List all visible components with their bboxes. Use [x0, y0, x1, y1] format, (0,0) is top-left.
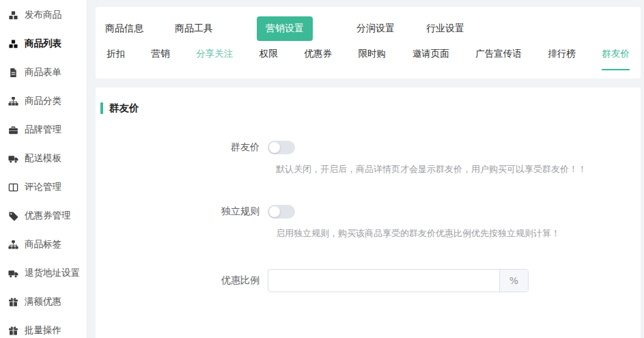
sidebar-item-batch-operation[interactable]: 批量操作	[0, 316, 87, 338]
sitemap-icon	[8, 96, 18, 107]
independent-rule-label: 独立规则	[96, 206, 268, 218]
section-title-bar	[100, 102, 103, 114]
subtab-group-price[interactable]: 群友价	[602, 48, 630, 70]
sidebar: 发布商品 商品列表 商品表单 商品分类 品牌管理 配送模板 评论管理	[0, 0, 87, 338]
truck-icon	[8, 268, 18, 279]
subtab-ranking[interactable]: 排行榜	[548, 48, 576, 70]
sidebar-item-review-management[interactable]: 评论管理	[0, 173, 87, 201]
field-group-price: 群友价 默认关闭，开启后，商品详情页才会显示群友价，用户购买可以享受群友价！！	[96, 141, 641, 175]
sub-tab-bar: 折扣 营销 分享关注 权限 优惠券 限时购 邀请页面 广告宣传语 排行榜 群友价	[105, 48, 631, 70]
briefcase-icon	[8, 124, 18, 135]
independent-rule-help-text: 启用独立规则，购买该商品享受的群友价优惠比例优先按独立规则计算！	[276, 227, 641, 240]
sitemap-icon	[8, 239, 18, 250]
percent-suffix: %	[499, 270, 528, 292]
sidebar-item-label: 配送模板	[25, 152, 61, 165]
sidebar-item-product-form[interactable]: 商品表单	[0, 58, 87, 87]
gift-icon	[8, 296, 18, 307]
main-area: 商品信息 商品工具 营销设置 分润设置 行业设置 折扣 营销 分享关注 权限 优…	[96, 0, 641, 338]
main-tab-bar: 商品信息 商品工具 营销设置 分润设置 行业设置	[105, 14, 631, 44]
sidebar-item-label: 评论管理	[25, 181, 61, 193]
truck-icon	[8, 153, 18, 164]
toggle-knob	[269, 206, 280, 217]
tab-profit-settings[interactable]: 分润设置	[356, 20, 395, 38]
group-price-help-text: 默认关闭，开启后，商品详情页才会显示群友价，用户购买可以享受群友价！！	[276, 163, 641, 175]
subtab-coupon[interactable]: 优惠券	[304, 48, 332, 70]
sidebar-item-delivery-template[interactable]: 配送模板	[0, 144, 87, 173]
subtab-ad-slogan[interactable]: 广告宣传语	[475, 48, 522, 70]
section-title: 群友价	[100, 102, 641, 115]
subtab-share-follow[interactable]: 分享关注	[196, 48, 233, 70]
toggle-knob	[269, 142, 280, 153]
sidebar-item-label: 商品标签	[25, 238, 61, 251]
field-independent-rule: 独立规则 启用独立规则，购买该商品享受的群友价优惠比例优先按独立规则计算！	[96, 205, 641, 240]
subtab-permission[interactable]: 权限	[260, 48, 278, 70]
sidebar-item-product-list[interactable]: 商品列表	[0, 29, 87, 58]
sidebar-item-label: 商品表单	[25, 66, 61, 79]
section-title-text: 群友价	[109, 102, 139, 115]
sidebar-item-label: 退货地址设置	[25, 267, 80, 279]
sidebar-item-product-category[interactable]: 商品分类	[0, 87, 87, 115]
tab-industry-settings[interactable]: 行业设置	[426, 20, 464, 38]
columns-icon	[8, 182, 18, 193]
tabs-card: 商品信息 商品工具 营销设置 分润设置 行业设置 折扣 营销 分享关注 权限 优…	[96, 7, 641, 79]
file-icon	[8, 67, 18, 78]
group-price-toggle[interactable]	[268, 141, 295, 154]
sidebar-item-label: 品牌管理	[25, 124, 61, 136]
independent-rule-toggle[interactable]	[268, 205, 295, 219]
cubes-icon	[8, 10, 18, 20]
group-price-form: 群友价 默认关闭，开启后，商品详情页才会显示群友价，用户购买可以享受群友价！！ …	[96, 141, 641, 292]
tab-product-tools[interactable]: 商品工具	[175, 20, 213, 38]
sidebar-item-publish-product[interactable]: 发布商品	[0, 1, 87, 29]
sidebar-item-label: 满额优惠	[25, 296, 61, 308]
tab-product-info[interactable]: 商品信息	[105, 20, 143, 38]
cubes-icon	[8, 38, 18, 49]
sidebar-item-label: 发布商品	[25, 9, 61, 21]
sidebar-item-brand-management[interactable]: 品牌管理	[0, 115, 87, 144]
discount-ratio-label: 优惠比例	[96, 274, 268, 287]
discount-ratio-input-group: %	[268, 269, 529, 292]
field-discount-ratio: 优惠比例 %	[96, 269, 641, 292]
subtab-marketing[interactable]: 营销	[152, 48, 170, 70]
sidebar-item-label: 批量操作	[25, 324, 61, 337]
subtab-flash-sale[interactable]: 限时购	[359, 48, 387, 70]
tag-icon	[8, 210, 18, 221]
subtab-discount[interactable]: 折扣	[107, 48, 125, 70]
sidebar-item-coupon-management[interactable]: 优惠券管理	[0, 201, 87, 230]
discount-ratio-input[interactable]	[268, 270, 499, 292]
gift-icon	[8, 325, 18, 336]
tab-marketing-settings[interactable]: 营销设置	[257, 16, 313, 41]
sidebar-item-return-address[interactable]: 退货地址设置	[0, 259, 87, 287]
sidebar-item-label: 商品列表	[25, 38, 61, 50]
sidebar-item-label: 优惠券管理	[25, 210, 71, 222]
group-price-label: 群友价	[96, 141, 268, 154]
sidebar-item-full-discount[interactable]: 满额优惠	[0, 287, 87, 316]
group-price-panel: 群友价 群友价 默认关闭，开启后，商品详情页才会显示群友价，用户购买可以享受群友…	[96, 87, 641, 338]
sidebar-item-product-tags[interactable]: 商品标签	[0, 230, 87, 259]
sidebar-item-label: 商品分类	[25, 95, 61, 107]
subtab-invite-page[interactable]: 邀请页面	[412, 48, 449, 70]
